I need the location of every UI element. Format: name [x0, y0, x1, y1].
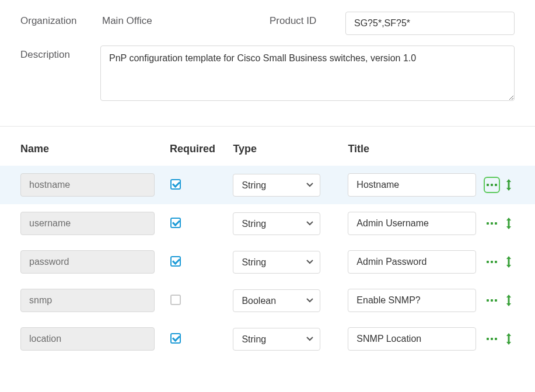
- column-header-required: Required: [170, 143, 233, 155]
- type-select[interactable]: StringBoolean: [233, 212, 320, 235]
- svg-rect-2: [508, 258, 509, 265]
- svg-rect-0: [508, 181, 509, 188]
- table-row: StringBoolean: [20, 243, 515, 281]
- more-options-button[interactable]: [484, 254, 500, 270]
- param-name-input[interactable]: [20, 173, 155, 197]
- type-select[interactable]: StringBoolean: [233, 174, 320, 197]
- ellipsis-icon: [487, 299, 497, 302]
- column-header-title: Title: [348, 143, 480, 155]
- param-name-input[interactable]: [20, 250, 155, 274]
- ellipsis-icon: [487, 222, 497, 225]
- description-textarea[interactable]: [100, 46, 515, 101]
- svg-rect-1: [508, 220, 509, 227]
- param-name-input[interactable]: [20, 289, 155, 312]
- type-select[interactable]: StringBoolean: [233, 289, 320, 312]
- drag-handle-icon[interactable]: [505, 332, 513, 346]
- product-id-input[interactable]: [345, 12, 515, 35]
- required-checkbox[interactable]: [170, 295, 181, 305]
- param-name-input[interactable]: [20, 327, 155, 351]
- ellipsis-icon: [487, 338, 497, 340]
- type-select[interactable]: StringBoolean: [233, 251, 320, 274]
- ellipsis-icon: [487, 261, 497, 263]
- type-select[interactable]: StringBoolean: [233, 328, 320, 351]
- drag-handle-icon[interactable]: [505, 178, 513, 192]
- drag-handle-icon[interactable]: [505, 255, 513, 269]
- more-options-button[interactable]: [484, 177, 500, 193]
- column-header-name: Name: [20, 143, 170, 155]
- param-title-input[interactable]: [348, 289, 476, 312]
- more-options-button[interactable]: [484, 331, 500, 347]
- more-options-button[interactable]: [484, 292, 500, 309]
- required-checkbox[interactable]: [170, 256, 181, 267]
- drag-handle-icon[interactable]: [505, 293, 513, 307]
- table-row: StringBoolean: [20, 320, 515, 358]
- table-row: StringBoolean: [0, 166, 535, 204]
- required-checkbox[interactable]: [170, 218, 181, 228]
- drag-handle-icon[interactable]: [505, 216, 513, 230]
- param-name-input[interactable]: [20, 212, 155, 235]
- organization-value: Main Office: [102, 12, 152, 27]
- param-title-input[interactable]: [348, 212, 476, 235]
- svg-rect-3: [508, 297, 509, 304]
- required-checkbox[interactable]: [170, 333, 181, 344]
- svg-rect-4: [508, 335, 509, 342]
- column-header-type: Type: [233, 143, 348, 155]
- required-checkbox[interactable]: [170, 179, 181, 190]
- table-row: StringBoolean: [20, 281, 515, 320]
- more-options-button[interactable]: [484, 215, 500, 232]
- ellipsis-icon: [487, 184, 497, 186]
- product-id-label: Product ID: [270, 12, 345, 27]
- organization-label: Organization: [20, 12, 102, 27]
- param-title-input[interactable]: [348, 173, 476, 197]
- table-header-row: Name Required Type Title: [20, 127, 515, 166]
- table-row: StringBoolean: [20, 204, 515, 243]
- description-label: Description: [20, 46, 100, 61]
- param-title-input[interactable]: [348, 327, 476, 351]
- param-title-input[interactable]: [348, 250, 476, 274]
